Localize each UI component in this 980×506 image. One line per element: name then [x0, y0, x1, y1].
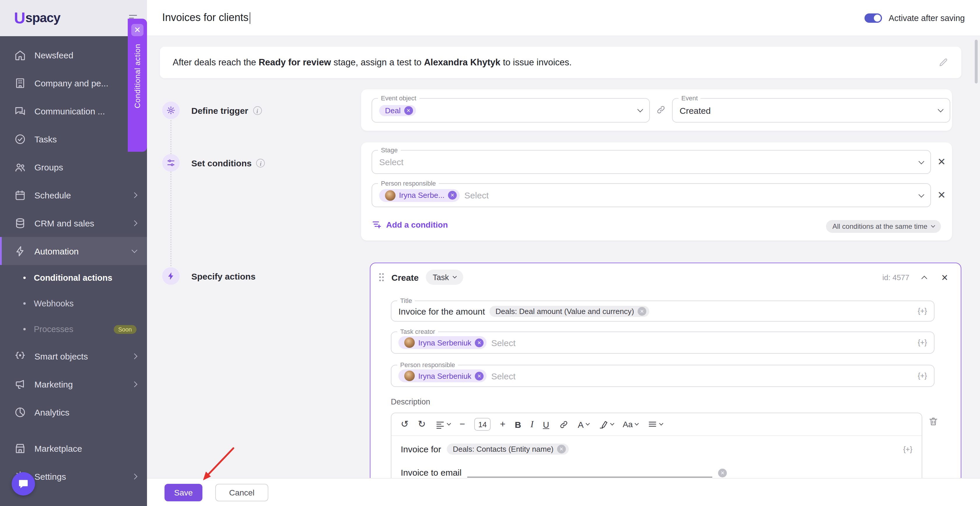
remove-chip-icon[interactable]: ×: [475, 338, 484, 347]
task-creator-field[interactable]: Task creator Iryna Serbeniuk× Select {+}: [391, 332, 934, 354]
remove-token-icon[interactable]: ×: [557, 445, 566, 453]
sidebar-item-label: Marketing: [34, 379, 124, 389]
cancel-button[interactable]: Cancel: [215, 484, 268, 501]
insert-variable-button[interactable]: {+}: [903, 445, 912, 453]
sidebar-item-company-and-pe[interactable]: Company and pe...: [0, 69, 147, 97]
chevron-right-icon: [132, 381, 137, 387]
delete-action-icon[interactable]: [928, 416, 939, 427]
sidebar-menu: NewsfeedCompany and pe...Communication .…: [0, 36, 147, 490]
conditional-action-tab[interactable]: ✕ Conditional action: [128, 19, 147, 152]
info-icon[interactable]: i: [256, 159, 265, 168]
trigger-step-label: Define trigger i: [191, 105, 262, 116]
remove-condition-icon[interactable]: ✕: [937, 190, 946, 200]
italic-button[interactable]: I: [531, 419, 534, 429]
newsfeed-icon: [14, 49, 26, 61]
event-object-select[interactable]: Event object Deal×: [372, 98, 650, 123]
remove-chip-icon[interactable]: ×: [404, 106, 413, 115]
sidebar-item-crm-and-sales[interactable]: CRM and sales: [0, 209, 147, 237]
insert-variable-button[interactable]: {+}: [918, 307, 927, 315]
remove-token-icon[interactable]: ×: [718, 469, 727, 477]
highlight-button[interactable]: [598, 419, 613, 429]
creator-chip[interactable]: Iryna Serbeniuk×: [398, 336, 487, 349]
logo[interactable]: Uspacy: [0, 0, 147, 36]
chevron-right-icon: [132, 353, 137, 359]
save-button[interactable]: Save: [164, 484, 202, 501]
description-label: Description: [391, 397, 430, 406]
collapse-icon[interactable]: [921, 276, 927, 281]
conditions-mode-selector[interactable]: All conditions at the same time: [826, 220, 941, 233]
info-icon[interactable]: i: [253, 106, 262, 115]
minus-button[interactable]: −: [460, 420, 465, 429]
bold-button[interactable]: B: [515, 419, 521, 429]
sidebar-item-smart-objects[interactable]: Smart objects: [0, 342, 147, 370]
align-button[interactable]: [435, 419, 450, 429]
filter-plus-icon: [372, 219, 382, 229]
event-select[interactable]: Event Created: [672, 98, 950, 123]
sidebar-item-label: Tasks: [34, 134, 137, 144]
sidebar-item-conditional-actions[interactable]: Conditional actions: [0, 265, 147, 291]
marketing-icon: [14, 378, 26, 390]
underline-button[interactable]: U: [543, 419, 549, 429]
edit-icon[interactable]: [938, 57, 948, 68]
link-button[interactable]: [558, 419, 568, 429]
sidebar-item-marketplace[interactable]: Marketplace: [0, 434, 147, 462]
sidebar-item-label: CRM and sales: [34, 218, 124, 228]
redo-button[interactable]: ↻: [418, 420, 426, 429]
person-chip[interactable]: Iryna Serbe...×: [379, 189, 460, 202]
event-value: Created: [679, 105, 711, 115]
sidebar-item-automation[interactable]: Automation: [0, 237, 147, 265]
list-align-button[interactable]: [647, 419, 662, 429]
sidebar-item-label: Processes: [34, 324, 104, 334]
sidebar-item-analytics[interactable]: Analytics: [0, 398, 147, 426]
task-title-field[interactable]: Title Invoice for the amount Deals: Deal…: [391, 300, 934, 322]
font-size-button[interactable]: 14: [474, 418, 491, 431]
sidebar-item-communication[interactable]: Communication ...: [0, 97, 147, 125]
deal-amount-token[interactable]: Deals: Deal amount (Value and currency)×: [490, 305, 649, 317]
marketplace-icon: [14, 442, 26, 454]
remove-token-icon[interactable]: ×: [638, 307, 646, 316]
task-responsible-field[interactable]: Person responsible Iryna Serbeniuk× Sele…: [391, 365, 934, 387]
insert-variable-button[interactable]: {+}: [918, 372, 927, 380]
remove-chip-icon[interactable]: ×: [475, 372, 484, 380]
remove-chip-icon[interactable]: ×: [448, 191, 457, 200]
stage-select[interactable]: Stage Select: [372, 150, 931, 174]
sidebar-item-schedule[interactable]: Schedule: [0, 181, 147, 209]
contacts-token[interactable]: Deals: Contacts (Entity name)×: [447, 444, 568, 455]
sidebar-item-processes[interactable]: ProcessesSoon: [0, 316, 147, 342]
chevron-down-icon: [585, 421, 589, 425]
sidebar-item-newsfeed[interactable]: Newsfeed: [0, 41, 147, 69]
activate-label: Activate after saving: [889, 13, 965, 22]
actions-step-icon: [162, 267, 180, 285]
text-case-button[interactable]: Aa: [623, 420, 638, 429]
sidebar-item-webhooks[interactable]: Webhooks: [0, 291, 147, 316]
sidebar-item-label: Schedule: [34, 190, 124, 200]
step-connector-line: [170, 120, 172, 266]
close-icon[interactable]: ✕: [131, 24, 143, 36]
activate-toggle[interactable]: [865, 13, 882, 22]
sidebar: Uspacy NewsfeedCompany and pe...Communic…: [0, 0, 147, 506]
editor-body[interactable]: Invoice for Deals: Contacts (Entity name…: [391, 436, 922, 477]
deal-chip[interactable]: Deal×: [379, 105, 416, 116]
responsible-chip[interactable]: Iryna Serbeniuk×: [398, 369, 487, 382]
close-action-icon[interactable]: ×: [942, 272, 948, 283]
sidebar-item-tasks[interactable]: Tasks: [0, 125, 147, 153]
scrollbar[interactable]: [975, 40, 978, 83]
sidebar-item-label: Webhooks: [34, 299, 137, 308]
sidebar-item-groups[interactable]: Groups: [0, 153, 147, 181]
sidebar-item-marketing[interactable]: Marketing: [0, 370, 147, 398]
automation-title-input[interactable]: Invoices for clients: [162, 12, 248, 24]
conditional-action-tab-label: Conditional action: [133, 44, 142, 108]
text-color-button[interactable]: A: [578, 419, 589, 429]
drag-handle-icon[interactable]: [379, 273, 384, 282]
plus-button[interactable]: +: [500, 420, 506, 429]
insert-variable-button[interactable]: {+}: [918, 338, 927, 347]
automation-icon: [14, 245, 26, 257]
remove-condition-icon[interactable]: ✕: [937, 157, 946, 167]
chat-bubble-button[interactable]: [12, 472, 35, 495]
undo-button[interactable]: ↺: [401, 420, 409, 429]
editor-text: Invoice for: [401, 444, 441, 454]
action-type-selector[interactable]: Task: [426, 270, 463, 285]
person-responsible-select[interactable]: Person responsible Iryna Serbe...× Selec…: [372, 183, 931, 207]
add-condition-button[interactable]: Add a condition: [372, 219, 448, 229]
chevron-down-icon: [637, 107, 643, 112]
